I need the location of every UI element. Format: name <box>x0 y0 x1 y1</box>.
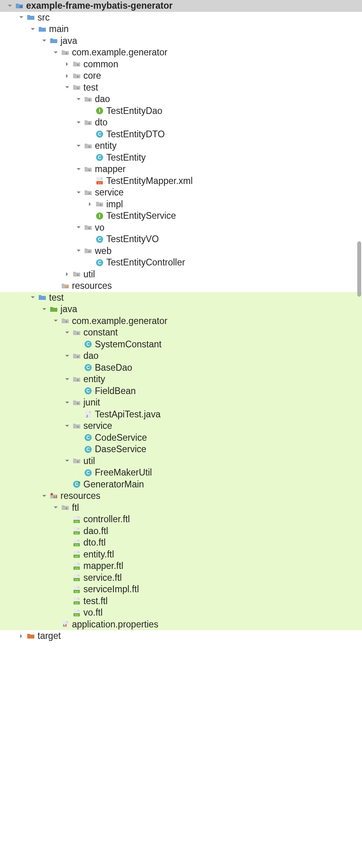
tree-row[interactable]: junit <box>0 397 362 409</box>
tree-row[interactable]: test <box>0 292 362 304</box>
package-icon <box>84 142 92 150</box>
tree-row[interactable]: vo <box>0 222 362 234</box>
class-icon <box>95 235 104 244</box>
tree-row[interactable]: java <box>0 35 362 47</box>
chevron-down-icon[interactable] <box>64 353 71 360</box>
chevron-down-icon[interactable] <box>75 96 82 103</box>
chevron-down-icon[interactable] <box>52 317 59 324</box>
project-tree[interactable]: example-frame-mybatis-generatorsrcmainja… <box>0 0 362 642</box>
tree-row[interactable]: constant <box>0 327 362 339</box>
tree-item-label: controller.ftl <box>83 514 130 525</box>
tree-row[interactable]: example-frame-mybatis-generator <box>0 0 362 12</box>
tree-row[interactable]: BaseDao <box>0 362 362 374</box>
package-icon <box>84 165 92 174</box>
tree-row[interactable]: util <box>0 455 362 467</box>
chevron-down-icon[interactable] <box>64 399 71 406</box>
chevron-right-icon[interactable] <box>64 271 71 278</box>
tree-row[interactable]: entity <box>0 373 362 385</box>
chevron-down-icon[interactable] <box>75 166 82 173</box>
chevron-right-icon[interactable] <box>64 61 71 68</box>
tree-item-label: test <box>49 292 64 303</box>
tree-row[interactable]: SystemConstant <box>0 339 362 351</box>
chevron-down-icon[interactable] <box>6 2 13 9</box>
tree-row[interactable]: serviceImpl.ftl <box>0 584 362 595</box>
tree-row[interactable]: TestEntityVO <box>0 233 362 245</box>
tree-row[interactable]: com.example.generator <box>0 315 362 327</box>
chevron-down-icon[interactable] <box>52 504 59 511</box>
chevron-down-icon[interactable] <box>75 119 82 126</box>
chevron-right-icon[interactable] <box>87 201 94 208</box>
tree-row[interactable]: java <box>0 303 362 315</box>
tree-item-label: target <box>38 631 61 641</box>
tree-row[interactable]: TestApiTest.java <box>0 409 362 421</box>
tree-row[interactable]: service.ftl <box>0 572 362 584</box>
chevron-down-icon[interactable] <box>64 457 71 464</box>
tree-row[interactable]: TestEntityService <box>0 210 362 222</box>
tree-row[interactable]: dto <box>0 117 362 129</box>
chevron-down-icon[interactable] <box>64 329 71 336</box>
tree-row[interactable]: mapper.ftl <box>0 560 362 572</box>
chevron-down-icon[interactable] <box>75 247 82 254</box>
freemarker-file-icon <box>72 562 81 570</box>
tree-row[interactable]: test.ftl <box>0 595 362 607</box>
tree-row[interactable]: entity <box>0 140 362 152</box>
tree-row[interactable]: controller.ftl <box>0 514 362 525</box>
tree-row[interactable]: resources <box>0 280 362 292</box>
tree-row[interactable]: dao <box>0 350 362 362</box>
chevron-down-icon[interactable] <box>29 26 36 33</box>
tree-row[interactable]: common <box>0 59 362 70</box>
tree-row[interactable]: GeneratorMain <box>0 479 362 491</box>
chevron-down-icon[interactable] <box>64 376 71 383</box>
tree-row[interactable]: src <box>0 12 362 24</box>
tree-row[interactable]: dao <box>0 93 362 105</box>
tree-row[interactable]: TestEntityDao <box>0 105 362 117</box>
chevron-down-icon[interactable] <box>75 224 82 231</box>
folder-icon <box>26 13 35 22</box>
class-runnable-icon <box>72 480 81 489</box>
package-icon <box>84 246 92 255</box>
tree-item-label: service <box>83 421 112 431</box>
tree-row[interactable]: test <box>0 82 362 94</box>
tree-row[interactable]: core <box>0 70 362 82</box>
tree-row[interactable]: DaseService <box>0 443 362 455</box>
chevron-down-icon[interactable] <box>64 84 71 91</box>
tree-row[interactable]: FieldBean <box>0 385 362 397</box>
tree-row[interactable]: TestEntityDTO <box>0 129 362 140</box>
chevron-right-icon[interactable] <box>18 633 25 640</box>
tree-row[interactable]: CodeService <box>0 432 362 444</box>
chevron-down-icon[interactable] <box>75 142 82 150</box>
tree-row[interactable]: FreeMakerUtil <box>0 467 362 479</box>
tree-item-label: entity.ftl <box>83 549 114 560</box>
chevron-down-icon[interactable] <box>29 294 36 301</box>
chevron-right-icon[interactable] <box>64 72 71 80</box>
tree-row[interactable]: target <box>0 630 362 642</box>
tree-row[interactable]: application.properties <box>0 619 362 631</box>
tree-row[interactable]: main <box>0 23 362 35</box>
scrollbar-thumb[interactable] <box>357 241 361 297</box>
chevron-down-icon[interactable] <box>52 49 59 56</box>
tree-row[interactable]: ftl <box>0 502 362 514</box>
tree-row[interactable]: vo.ftl <box>0 607 362 619</box>
tree-row[interactable]: dto.ftl <box>0 537 362 549</box>
tree-row[interactable]: com.example.generator <box>0 47 362 59</box>
tree-row[interactable]: web <box>0 245 362 257</box>
tree-row[interactable]: util <box>0 269 362 280</box>
class-icon <box>84 363 92 372</box>
tree-row[interactable]: mapper <box>0 163 362 175</box>
tree-row[interactable]: TestEntityMapper.xml <box>0 175 362 187</box>
tree-row[interactable]: service <box>0 187 362 199</box>
chevron-down-icon[interactable] <box>18 14 25 21</box>
tree-row[interactable]: resources <box>0 490 362 502</box>
chevron-down-icon[interactable] <box>41 37 48 44</box>
chevron-down-icon[interactable] <box>64 423 71 430</box>
package-icon <box>72 72 81 80</box>
tree-row[interactable]: dao.ftl <box>0 525 362 537</box>
tree-row[interactable]: TestEntity <box>0 152 362 164</box>
tree-row[interactable]: TestEntityController <box>0 257 362 269</box>
tree-row[interactable]: impl <box>0 199 362 210</box>
chevron-down-icon[interactable] <box>75 189 82 196</box>
tree-row[interactable]: service <box>0 420 362 432</box>
chevron-down-icon[interactable] <box>41 493 48 500</box>
chevron-down-icon[interactable] <box>41 306 48 313</box>
tree-row[interactable]: entity.ftl <box>0 549 362 561</box>
